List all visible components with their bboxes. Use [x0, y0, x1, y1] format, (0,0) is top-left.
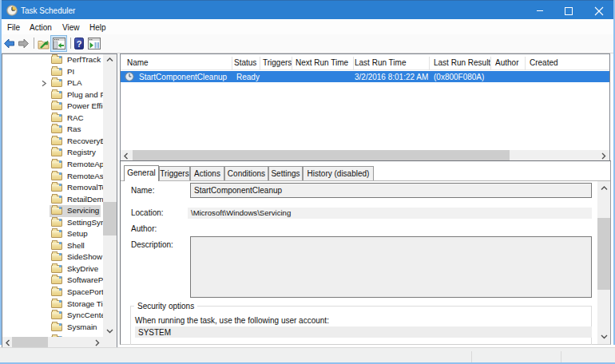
svg-text:?: ?: [77, 39, 82, 49]
